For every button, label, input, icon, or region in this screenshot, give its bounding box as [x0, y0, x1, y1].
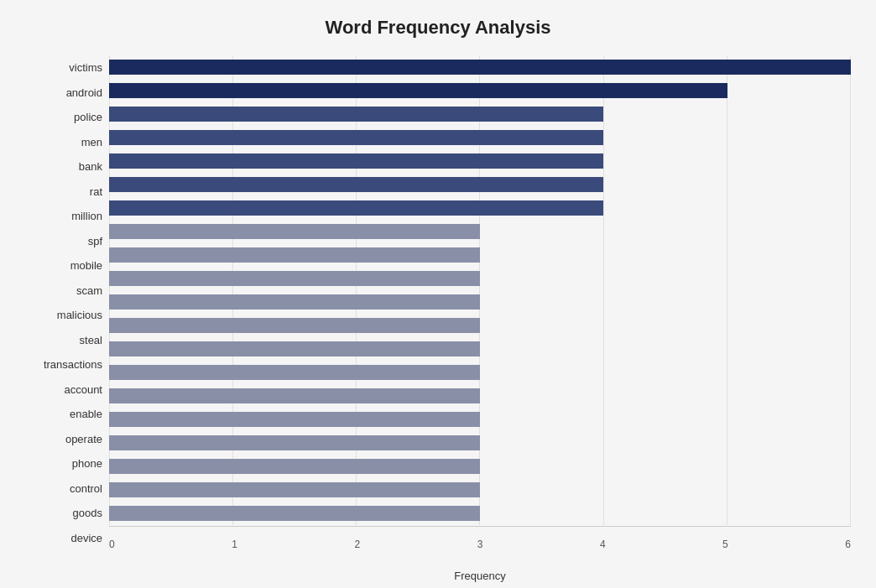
- bar-android: [109, 83, 727, 98]
- bar-victims: [109, 60, 851, 75]
- bar-row-account: [109, 363, 851, 382]
- y-label-enable: enable: [25, 408, 102, 419]
- y-label-bank: bank: [25, 161, 102, 172]
- bar-spf: [109, 224, 480, 239]
- bar-row-phone: [109, 434, 851, 452]
- bar-row-million: [109, 199, 851, 217]
- bar-row-scam: [109, 269, 851, 288]
- chart-container: Word Frequency Analysis victimsandroidpo…: [0, 0, 876, 588]
- y-label-police: police: [25, 112, 102, 122]
- bar-rat: [109, 177, 603, 192]
- bar-men: [109, 130, 603, 145]
- bars-wrapper: [109, 55, 851, 550]
- y-label-operate: operate: [25, 434, 102, 445]
- bar-transactions: [109, 341, 480, 356]
- bar-million: [109, 200, 603, 216]
- bar-row-police: [109, 105, 851, 123]
- y-label-android: android: [25, 87, 102, 98]
- y-label-transactions: transactions: [25, 359, 102, 370]
- y-label-scam: scam: [25, 285, 102, 296]
- bar-row-rat: [109, 175, 851, 194]
- y-label-men: men: [25, 137, 102, 148]
- bar-row-android: [109, 81, 851, 100]
- bar-police: [109, 107, 603, 122]
- bars-and-grid: 0123456 Frequency: [109, 55, 851, 550]
- bar-row-mobile: [109, 246, 851, 264]
- y-label-control: control: [25, 483, 102, 494]
- bar-row-goods: [109, 481, 851, 499]
- bar-row-control: [109, 457, 851, 476]
- bar-device: [109, 506, 480, 521]
- y-label-rat: rat: [25, 186, 102, 197]
- bar-row-spf: [109, 222, 851, 241]
- y-label-goods: goods: [25, 507, 102, 518]
- y-label-phone: phone: [25, 458, 102, 469]
- y-label-million: million: [25, 211, 102, 221]
- chart-area: victimsandroidpolicemenbankratmillionspf…: [25, 55, 851, 550]
- bar-row-transactions: [109, 340, 851, 358]
- bar-steal: [109, 318, 480, 333]
- y-label-malicious: malicious: [25, 310, 102, 320]
- y-label-mobile: mobile: [25, 260, 102, 271]
- bar-row-enable: [109, 387, 851, 405]
- y-label-steal: steal: [25, 335, 102, 346]
- bar-operate: [109, 412, 480, 427]
- y-axis-labels: victimsandroidpolicemenbankratmillionspf…: [25, 55, 109, 550]
- bar-row-victims: [109, 58, 851, 76]
- bar-row-operate: [109, 410, 851, 429]
- chart-title: Word Frequency Analysis: [25, 17, 851, 39]
- bar-row-malicious: [109, 293, 851, 311]
- bar-row-steal: [109, 316, 851, 335]
- bar-phone: [109, 435, 480, 450]
- bar-malicious: [109, 294, 480, 310]
- bar-account: [109, 365, 480, 380]
- bar-scam: [109, 271, 480, 286]
- bar-row-device: [109, 504, 851, 523]
- bar-goods: [109, 482, 480, 497]
- bar-row-men: [109, 128, 851, 147]
- y-label-device: device: [25, 533, 102, 544]
- bar-row-bank: [109, 152, 851, 170]
- bar-mobile: [109, 247, 480, 263]
- y-label-account: account: [25, 384, 102, 395]
- bar-control: [109, 459, 480, 474]
- y-label-spf: spf: [25, 236, 102, 247]
- y-label-victims: victims: [25, 62, 102, 73]
- x-axis-label: Frequency: [454, 570, 505, 582]
- bar-enable: [109, 388, 480, 403]
- bar-bank: [109, 154, 603, 169]
